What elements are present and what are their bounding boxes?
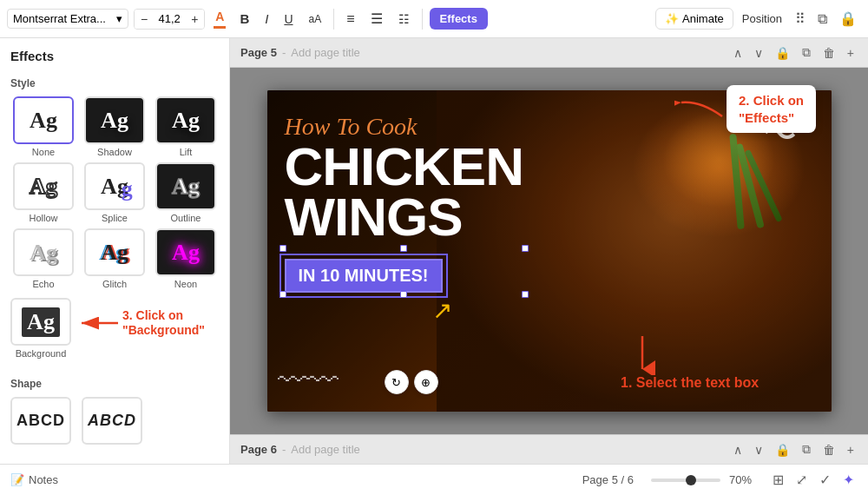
style-hollow-preview: Ag [30,174,57,200]
style-splice-label: Splice [102,213,128,223]
shape-normal-preview: ABCD [16,412,65,430]
style-grid: Ag None Ag Shadow Ag Lift Ag [10,96,219,289]
copy-page-icon[interactable]: ⧉ [799,43,814,62]
style-lift[interactable]: Ag Lift [153,96,219,157]
effects-button[interactable]: Effects [430,8,488,30]
style-echo-box[interactable]: Ag [13,228,74,276]
chevron-up-icon[interactable]: ∧ [730,44,746,62]
position-button[interactable]: Position [737,9,787,29]
selection-handle-bl [279,291,286,298]
style-splice-box[interactable]: Ag Ag [84,162,145,210]
separator-2 [422,9,423,30]
text-case-button[interactable]: aA [304,10,327,29]
annotation-3-arrow-svg [75,314,122,333]
element-ctrl-add[interactable]: ⊕ [414,370,438,394]
style-glitch-box[interactable]: Ag [84,228,145,276]
lock-icon[interactable]: 🔒 [835,7,861,30]
in10-minutes-text[interactable]: IN 10 MINUTES! [285,259,443,293]
chevron-down-icon[interactable]: ∨ [751,44,766,62]
fullscreen-button[interactable]: ⤢ [792,470,811,490]
page6-lock-icon[interactable]: 🔒 [772,441,793,459]
style-echo-preview: Ag [30,240,57,266]
list-button[interactable]: ☰ [365,7,388,30]
italic-button[interactable]: I [260,8,273,30]
page6-delete-icon[interactable]: 🗑 [819,441,838,459]
style-shadow[interactable]: Ag Shadow [82,96,148,157]
separator-dot: - [282,46,286,59]
page6-label: Page 6 [240,443,277,456]
style-background-preview: Ag [22,307,60,337]
dots-grid-icon[interactable]: ⠿ [791,7,810,30]
page6-add-icon[interactable]: + [844,441,858,459]
style-hollow-box[interactable]: Ag [13,162,74,210]
selection-handle-bm [400,291,407,298]
style-shadow-label: Shadow [97,147,132,157]
animate-button[interactable]: ✨ Animate [655,8,733,30]
add-page-icon[interactable]: + [844,44,858,62]
toolbar-right-area: ✨ Animate Position ⠿ ⧉ 🔒 [655,7,861,30]
font-family-select[interactable]: Montserrat Extra... ▾ [7,9,128,29]
animate-label: Animate [682,12,724,25]
page6-chevron-down-icon[interactable]: ∨ [751,441,766,459]
chevron-down-icon: ▾ [116,12,122,25]
lock-page-icon[interactable]: 🔒 [772,44,793,62]
page6-chevron-up-icon[interactable]: ∧ [730,441,746,459]
style-shadow-box[interactable]: Ag [84,96,145,144]
style-lift-box[interactable]: Ag [155,96,216,144]
style-background-box[interactable]: Ag [10,298,71,346]
underline-button[interactable]: U [279,9,298,30]
design-card[interactable]: 〜〜 How To Cook Chicken Wings IN 10 MINUT… [267,90,832,412]
shape-section-label: Shape [10,378,219,390]
shape-section: Shape ABCD ABCD [10,374,219,445]
selection-handle-tl [279,245,286,252]
style-background[interactable]: Ag Background [10,298,71,359]
notes-icon: 📝 [10,473,24,486]
style-outline-box[interactable]: Ag [155,162,216,210]
background-item-wrapper: Ag Background 3. Click on "Background" [10,298,219,359]
shape-normal[interactable]: ABCD [10,397,71,445]
shape-italic[interactable]: ABCD [82,397,142,445]
style-none[interactable]: Ag None [10,96,76,157]
style-outline[interactable]: Ag Outline [153,162,219,223]
page6-add-title[interactable]: Add page title [291,443,360,456]
sparkle-icon: ✨ [665,12,679,25]
style-glitch[interactable]: Ag Glitch [82,228,148,289]
zoom-slider[interactable] [651,478,720,482]
style-outline-label: Outline [171,213,201,223]
bold-button[interactable]: B [234,8,254,30]
check-button[interactable]: ✓ [816,470,834,490]
align-button[interactable]: ≡ [341,8,359,30]
deco-squiggle: 〰〰 [278,363,339,399]
font-color-button[interactable]: A [210,8,229,30]
element-ctrl-refresh[interactable]: ↻ [385,370,409,394]
font-size-decrease-button[interactable]: − [135,10,154,29]
magic-button[interactable]: ✦ [839,470,858,490]
grid-view-button[interactable]: ⊞ [769,470,787,490]
font-size-input[interactable] [154,12,185,25]
style-none-box[interactable]: Ag [13,96,74,144]
separator-dot-6: - [282,443,286,456]
style-splice[interactable]: Ag Ag Splice [82,162,148,223]
crop-icon[interactable]: ⧉ [813,8,832,30]
style-neon-box[interactable]: Ag [155,228,216,276]
style-hollow[interactable]: Ag Hollow [10,162,76,223]
list2-button[interactable]: ☷ [393,9,415,30]
font-size-increase-button[interactable]: + [185,10,204,29]
page6-copy-icon[interactable]: ⧉ [799,440,814,459]
delete-page-icon[interactable]: 🗑 [819,44,838,62]
style-glitch-label: Glitch [102,279,127,289]
page6-header-right: ∧ ∨ 🔒 ⧉ 🗑 + [730,440,858,459]
status-right-area: ⊞ ⤢ ✓ ✦ [769,470,858,490]
notes-button[interactable]: 📝 Notes [10,473,58,486]
page5-add-title[interactable]: Add page title [291,46,360,59]
page5-label: Page 5 [240,46,277,59]
style-neon[interactable]: Ag Neon [153,228,219,289]
font-name-label: Montserrat Extra... [13,12,106,25]
page5-header: Page 5 - Add page title ∧ ∨ 🔒 ⧉ 🗑 + [230,38,868,68]
card-text-area: How To Cook Chicken Wings IN 10 MINUTES! [285,112,523,293]
style-echo[interactable]: Ag Echo [10,228,76,289]
canvas-area: Page 5 - Add page title ∧ ∨ 🔒 ⧉ 🗑 + [230,38,868,464]
top-toolbar: Montserrat Extra... ▾ − + A B I U aA ≡ ☰… [0,0,868,38]
style-neon-preview: Ag [172,240,200,266]
style-section-label: Style [10,77,219,89]
